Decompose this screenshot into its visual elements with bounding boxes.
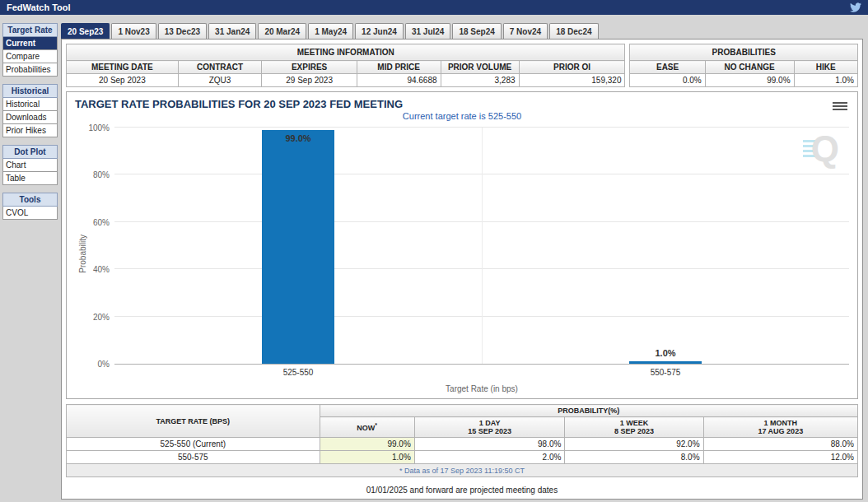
week-date: 8 SEP 2023 (568, 427, 699, 435)
probabilities-summary-row: 0.0% 99.0% 1.0% (630, 74, 858, 87)
tab-31-jul24[interactable]: 31 Jul24 (405, 23, 450, 39)
bar-rect-525-550[interactable] (262, 130, 334, 364)
sidebar-section-historical: Historical (2, 84, 58, 98)
day-cell: 2.0% (414, 451, 565, 464)
ease-value: 0.0% (630, 74, 705, 87)
sidebar-item-probabilities[interactable]: Probabilities (2, 63, 58, 77)
col-no-change: NO CHANGE (705, 61, 794, 74)
meeting-date-value: 20 Sep 2023 (67, 74, 179, 87)
meeting-info-row: 20 Sep 2023 ZQU3 29 Sep 2023 94.6688 3,2… (67, 74, 625, 87)
col-meeting-date: MEETING DATE (67, 61, 179, 74)
y-tick-80: 80% (82, 170, 110, 179)
sidebar-item-chart[interactable]: Chart (2, 159, 58, 172)
sidebar-item-cvol[interactable]: CVOL (2, 207, 58, 220)
x-category-525-550: 525-550 (114, 368, 482, 377)
x-axis-categories: 525-550 550-575 (114, 368, 849, 377)
col-contract: CONTRACT (178, 61, 262, 74)
sidebar: Target Rate Current Compare Probabilitie… (2, 23, 58, 227)
month-cell: 88.0% (703, 438, 857, 451)
now-asterisk: * (375, 422, 377, 428)
y-tick-60: 60% (82, 217, 110, 226)
meeting-date-tabs: 20 Sep23 1 Nov23 13 Dec23 31 Jan24 20 Ma… (61, 23, 863, 39)
bar-550-575[interactable]: 1.0% (482, 128, 849, 364)
sidebar-item-historical[interactable]: Historical (2, 98, 58, 111)
app-header: FedWatch Tool (0, 0, 868, 15)
bar-rect-550-575[interactable] (629, 361, 702, 364)
x-category-550-575: 550-575 (482, 368, 849, 377)
table-row-525-550: 525-550 (Current) 99.0% 98.0% 92.0% 88.0… (67, 438, 858, 451)
meeting-info-title: MEETING INFORMATION (67, 44, 625, 61)
chart-title: TARGET RATE PROBABILITIES FOR 20 SEP 202… (75, 98, 849, 110)
col-ease: EASE (630, 61, 705, 74)
week-cell: 8.0% (565, 451, 703, 464)
rate-cell: 525-550 (Current) (67, 438, 320, 451)
tab-12-jun24[interactable]: 12 Jun24 (355, 23, 404, 39)
tab-20-sep23[interactable]: 20 Sep23 (61, 23, 110, 39)
tab-13-dec23[interactable]: 13 Dec23 (158, 23, 207, 39)
col-prior-oi: PRIOR OI (519, 61, 625, 74)
sidebar-item-current[interactable]: Current (2, 37, 58, 50)
chart-menu-icon[interactable] (833, 100, 847, 112)
sidebar-item-compare[interactable]: Compare (2, 50, 58, 63)
expires-value: 29 Sep 2023 (262, 74, 357, 87)
day-label: 1 DAY (418, 419, 562, 427)
prior-volume-value: 3,283 (441, 74, 519, 87)
tab-1-may24[interactable]: 1 May24 (308, 23, 353, 39)
sidebar-section-dot-plot: Dot Plot (2, 145, 58, 159)
col-mid-price: MID PRICE (357, 61, 441, 74)
tab-18-sep24[interactable]: 18 Sep24 (452, 23, 501, 39)
sidebar-item-prior-hikes[interactable]: Prior Hikes (2, 124, 58, 137)
tab-1-nov23[interactable]: 1 Nov23 (111, 23, 156, 39)
col-now: NOW* (320, 417, 414, 438)
x-axis-label: Target Rate (in bps) (114, 384, 849, 393)
sidebar-section-target-rate: Target Rate (2, 23, 58, 37)
month-label: 1 MONTH (707, 419, 854, 427)
y-tick-100: 100% (82, 123, 110, 132)
sidebar-section-tools: Tools (2, 193, 58, 207)
col-expires: EXPIRES (262, 61, 357, 74)
col-prior-volume: PRIOR VOLUME (441, 61, 519, 74)
meeting-info-table: MEETING INFORMATION MEETING DATE CONTRAC… (66, 44, 625, 87)
tab-18-dec24[interactable]: 18 Dec24 (549, 23, 598, 39)
sidebar-item-table[interactable]: Table (2, 172, 58, 185)
twitter-icon[interactable] (850, 2, 861, 13)
probabilities-title: PROBABILITIES (630, 44, 858, 61)
month-date: 17 AUG 2023 (707, 427, 854, 435)
bar-value-label: 1.0% (655, 348, 675, 358)
probabilities-summary-table: PROBABILITIES EASE NO CHANGE HIKE 0.0% 9… (629, 44, 858, 87)
tab-20-mar24[interactable]: 20 Mar24 (258, 23, 306, 39)
prior-oi-value: 159,320 (519, 74, 625, 87)
table-row-550-575: 550-575 1.0% 2.0% 8.0% 12.0% (67, 451, 858, 464)
bar-525-550[interactable]: 99.0% (114, 128, 482, 364)
sidebar-item-downloads[interactable]: Downloads (2, 111, 58, 124)
chart-panel: TARGET RATE PROBABILITIES FOR 20 SEP 202… (66, 91, 858, 399)
col-1-day: 1 DAY 15 SEP 2023 (414, 417, 565, 438)
table-footnote-row: * Data as of 17 Sep 2023 11:19:50 CT (67, 464, 858, 477)
data-as-of-note: * Data as of 17 Sep 2023 11:19:50 CT (67, 464, 858, 477)
mid-price-value: 94.6688 (357, 74, 441, 87)
y-tick-40: 40% (82, 265, 110, 274)
day-cell: 98.0% (414, 438, 565, 451)
plot-area: 0% 20% 40% 60% 80% 100% Q (114, 128, 849, 365)
app-title: FedWatch Tool (7, 2, 71, 12)
contract-value: ZQU3 (178, 74, 262, 87)
day-date: 15 SEP 2023 (418, 427, 562, 435)
rate-cell: 550-575 (67, 451, 320, 464)
tab-31-jan24[interactable]: 31 Jan24 (208, 23, 256, 39)
chart-subtitle: Current target rate is 525-550 (75, 111, 849, 121)
now-cell: 1.0% (320, 451, 414, 464)
now-label: NOW (357, 424, 375, 432)
rate-header: TARGET RATE (BPS) (67, 405, 320, 438)
col-1-month: 1 MONTH 17 AUG 2023 (703, 417, 857, 438)
probability-group-header: PROBABILITY(%) (320, 405, 857, 417)
no-change-value: 99.0% (705, 74, 794, 87)
bar-value-label: 99.0% (285, 133, 310, 143)
y-tick-20: 20% (82, 312, 110, 321)
probability-history-table: TARGET RATE (BPS) PROBABILITY(%) NOW* 1 … (66, 404, 858, 477)
tab-7-nov24[interactable]: 7 Nov24 (503, 23, 548, 39)
y-tick-0: 0% (82, 360, 110, 369)
month-cell: 12.0% (703, 451, 857, 464)
projected-dates-note: 01/01/2025 and forward are projected mee… (66, 486, 858, 495)
week-cell: 92.0% (565, 438, 703, 451)
col-hike: HIKE (794, 61, 857, 74)
